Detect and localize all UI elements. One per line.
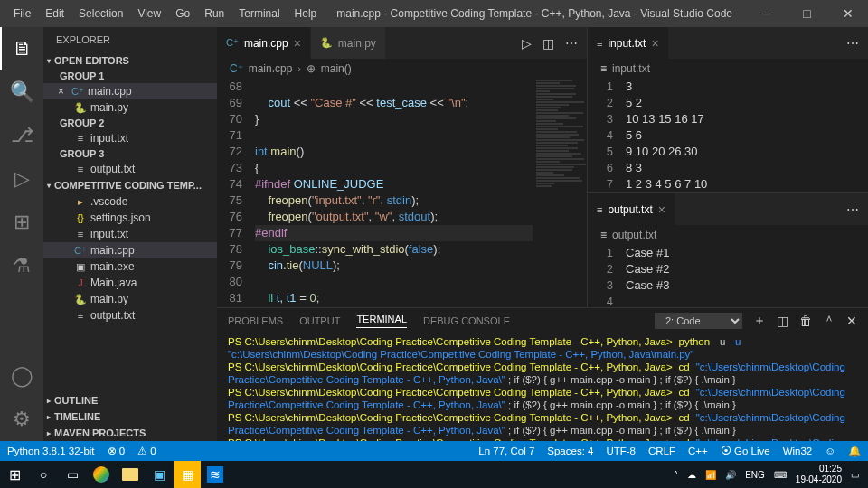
tab-main-py[interactable]: 🐍main.py [311,27,386,59]
vscode-taskbar-icon[interactable]: ≋ [201,461,230,488]
minimize-button[interactable]: ─ [746,0,787,27]
status-errors[interactable]: ⊗ 0 [108,445,126,457]
settings-gear-icon[interactable]: ⚙ [0,398,43,441]
status-feedback[interactable]: ☺ [825,446,835,456]
app-icon[interactable]: ▦ [174,461,201,488]
status-lang[interactable]: C++ [688,446,708,456]
chrome-icon[interactable] [87,461,116,488]
tray-onedrive-icon[interactable]: ☁ [687,470,696,480]
tray-notifications-icon[interactable]: ▭ [851,470,859,480]
tray-keyboard-icon[interactable]: ⌨ [774,470,787,480]
close-icon[interactable]: × [58,85,64,98]
minimap[interactable] [533,79,587,307]
status-encoding[interactable]: UTF-8 [606,446,636,456]
menu-edit[interactable]: Edit [39,4,71,23]
editor-group-1: C⁺main.cpp× 🐍main.py ▷ ◫ ⋯ C⁺main.cpp›⊕m… [217,27,588,307]
maximize-button[interactable]: □ [787,0,827,27]
menu-run[interactable]: Run [198,4,231,23]
workspace-header[interactable]: COMPETITIVE CODING TEMP... [43,177,217,193]
close-button[interactable]: ✕ [827,0,868,27]
cortana-icon[interactable]: ○ [29,461,58,488]
more-icon[interactable]: ⋯ [565,36,578,51]
explorer-icon[interactable]: 🗎 [0,27,43,70]
close-panel-icon[interactable]: ✕ [846,314,857,328]
tray-volume-icon[interactable]: 🔊 [725,470,736,480]
file-input-txt[interactable]: ≡input.txt [43,226,217,242]
split-editor-icon[interactable]: ◫ [542,36,554,51]
tab-main-cpp[interactable]: C⁺main.cpp× [217,27,311,59]
search-icon[interactable]: 🔍 [0,70,43,114]
run-icon[interactable]: ▷ [522,36,532,51]
menu-terminal[interactable]: Terminal [232,4,286,23]
kill-terminal-icon[interactable]: 🗑 [799,314,812,328]
run-debug-icon[interactable]: ▷ [0,157,43,201]
menu-view[interactable]: View [131,4,167,23]
file-main-exe[interactable]: ▣main.exe [43,258,217,275]
status-lncol[interactable]: Ln 77, Col 7 [478,446,534,456]
tray-time[interactable]: 01:25 [796,464,842,474]
timeline-header[interactable]: TIMELINE [43,408,217,425]
status-os[interactable]: Win32 [783,446,813,456]
panel-tab-terminal[interactable]: TERMINAL [356,314,407,328]
more-icon[interactable]: ⋯ [846,36,859,51]
new-terminal-icon[interactable]: ＋ [753,313,766,329]
file-main-cpp[interactable]: C⁺main.cpp [43,242,217,258]
file-main-py[interactable]: 🐍main.py [43,291,217,307]
tab-input-txt[interactable]: ≡input.txt× [588,27,669,59]
status-warnings[interactable]: ⚠ 0 [137,445,156,457]
open-editor-input-txt[interactable]: ≡input.txt [43,130,217,146]
account-icon[interactable]: ◯ [0,354,43,398]
code-editor[interactable]: 6869707172737475767778798081828384858687… [217,79,587,307]
file-main-java[interactable]: JMain.java [43,275,217,291]
group-1-header: GROUP 1 [43,69,217,83]
task-view-icon[interactable]: ▭ [58,461,87,488]
open-editors-header[interactable]: OPEN EDITORS [43,52,217,69]
file-explorer-icon[interactable] [116,461,145,488]
outline-header[interactable]: OUTLINE [43,392,217,408]
breadcrumb[interactable]: ≡output.txtinput.txt [588,59,868,79]
terminal-selector[interactable]: 2: Code [655,313,742,329]
store-icon[interactable]: ▣ [145,461,174,488]
panel-tab-problems[interactable]: PROBLEMS [228,315,283,326]
tray-date[interactable]: 19-04-2020 [796,474,842,485]
tray-chevron-icon[interactable]: ˄ [674,470,678,480]
panel-tab-debug[interactable]: DEBUG CONSOLE [423,315,510,326]
breadcrumb[interactable]: ≡output.txt [588,225,868,245]
maximize-panel-icon[interactable]: ＾ [823,313,835,329]
menu-selection[interactable]: Selection [72,4,129,23]
terminal[interactable]: PS C:\Users\chinm\Desktop\Coding Practic… [217,333,868,441]
test-icon[interactable]: ⚗ [0,244,43,287]
folder-vscode[interactable]: ▸.vscode [43,193,217,210]
close-icon[interactable]: × [294,36,301,51]
extensions-icon[interactable]: ⊞ [0,201,43,244]
start-button[interactable]: ⊞ [0,461,29,488]
panel-tab-output[interactable]: OUTPUT [299,315,340,326]
text-editor[interactable]: 1234567 35 210 13 15 16 175 69 10 20 26 … [588,79,868,192]
close-icon[interactable]: × [651,36,658,51]
status-golive[interactable]: ⦿ Go Live [721,446,770,456]
tray-wifi-icon[interactable]: 📶 [705,470,716,480]
file-output-txt[interactable]: ≡output.txt [43,307,217,324]
status-bell[interactable]: 🔔 [848,445,861,457]
source-control-icon[interactable]: ⎇ [0,114,43,157]
maven-header[interactable]: MAVEN PROJECTS [43,425,217,441]
status-spaces[interactable]: Spaces: 4 [547,446,593,456]
status-eol[interactable]: CRLF [648,446,675,456]
split-terminal-icon[interactable]: ◫ [777,314,788,328]
tab-output-txt[interactable]: ≡output.txt× [588,193,675,225]
status-python[interactable]: Python 3.8.1 32-bit [7,446,95,456]
menu-help[interactable]: Help [288,4,324,23]
close-icon[interactable]: × [658,202,665,217]
more-icon[interactable]: ⋯ [846,202,859,217]
tray-lang[interactable]: ENG [745,470,765,480]
titlebar: File Edit Selection View Go Run Terminal… [0,0,868,27]
open-editor-main-cpp[interactable]: ×C⁺main.cpp [43,83,217,99]
menu-file[interactable]: File [7,4,37,23]
breadcrumb[interactable]: C⁺main.cpp›⊕main() [217,59,587,79]
menu-go[interactable]: Go [169,4,196,23]
open-editor-main-py[interactable]: 🐍main.py [43,99,217,116]
open-editor-output-txt[interactable]: ≡output.txt [43,161,217,177]
text-editor[interactable]: 1234 Case #1Case #2Case #3 [588,245,868,307]
file-settings-json[interactable]: {}settings.json [43,210,217,226]
panel: PROBLEMS OUTPUT TERMINAL DEBUG CONSOLE 2… [217,307,868,441]
